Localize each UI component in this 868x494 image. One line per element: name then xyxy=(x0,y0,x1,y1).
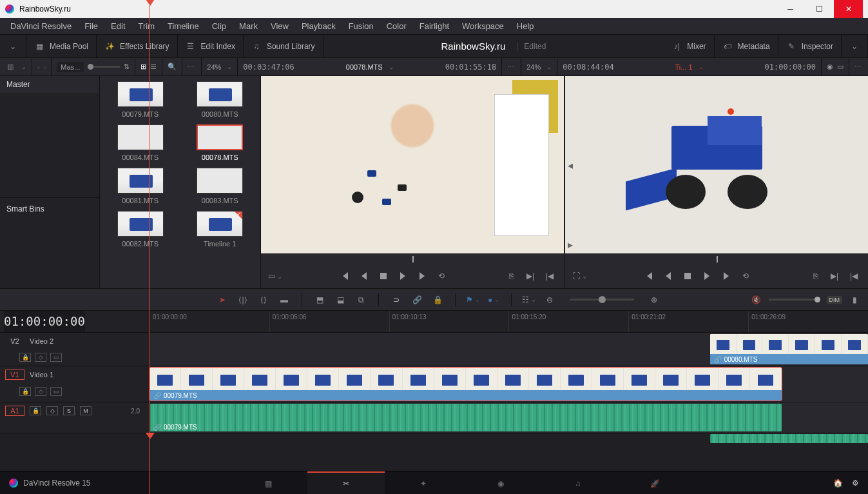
src-first-button[interactable] xyxy=(340,271,350,281)
grid-view-button[interactable]: ⊞ xyxy=(140,63,146,71)
metadata-toggle[interactable]: 🏷Metadata xyxy=(715,35,778,57)
timeline-timecode[interactable]: 01:00:00:00 xyxy=(4,311,85,333)
link-toggle[interactable]: 🔗 xyxy=(411,294,423,306)
menu-view[interactable]: View xyxy=(264,21,295,31)
page-deliver[interactable]: 🚀 xyxy=(617,471,694,495)
track-auto-v1[interactable]: ◇ xyxy=(35,387,46,396)
media-clip[interactable]: 00078.MTS xyxy=(185,124,256,161)
trim-tool[interactable]: ⟨|⟩ xyxy=(237,294,249,306)
menu-clip[interactable]: Clip xyxy=(206,21,233,31)
track-label-v1[interactable]: V1 xyxy=(5,370,24,380)
menu-timeline[interactable]: Timeline xyxy=(161,21,206,31)
single-viewer-button[interactable]: ▭ xyxy=(837,63,844,71)
nav-back-button[interactable]: ‹ xyxy=(37,63,40,71)
src-options-button[interactable]: ⋯ xyxy=(507,63,516,71)
menu-trim[interactable]: Trim xyxy=(132,21,162,31)
replace-clip-button[interactable]: ⧉ xyxy=(355,294,367,306)
src-clip-name[interactable]: 00078.MTS xyxy=(346,63,383,71)
program-scrubber[interactable] xyxy=(565,253,868,264)
zoom-slider[interactable] xyxy=(570,299,634,301)
overwrite-clip-button[interactable]: ⬓ xyxy=(334,294,346,306)
snap-toggle[interactable]: ⊃ xyxy=(391,294,402,306)
minimize-button[interactable]: ─ xyxy=(776,0,805,18)
track-header-a1[interactable]: A1 🔒 ◇ S M 2.0 xyxy=(0,402,149,433)
prg-next-button[interactable] xyxy=(721,271,731,281)
menu-help[interactable]: Help xyxy=(510,21,541,31)
media-pool-toggle[interactable]: ▦Media Pool xyxy=(26,35,97,57)
clip-a1[interactable]: 🔗00079.MTS xyxy=(149,404,782,431)
track-header-v2[interactable]: V2Video 2 🔒◇▭ xyxy=(0,333,149,366)
smart-bins-header[interactable]: Smart Bins xyxy=(0,197,99,217)
media-clip[interactable]: 00079.MTS xyxy=(105,81,176,118)
clip-v1[interactable]: 🔗00079.MTS xyxy=(149,368,782,400)
bin-dropdown[interactable]: Mas... xyxy=(57,62,84,72)
blade-tool[interactable]: ▬ xyxy=(278,294,290,306)
sound-library-toggle[interactable]: ♫Sound Library xyxy=(244,35,323,57)
media-clip[interactable]: ✓Timeline 1 xyxy=(185,211,256,248)
src-stop-button[interactable] xyxy=(378,271,389,281)
menu-fusion[interactable]: Fusion xyxy=(342,21,380,31)
list-view-button[interactable]: ☰ xyxy=(150,63,157,71)
source-scrubber[interactable] xyxy=(261,253,564,264)
src-goto-last-button[interactable]: |◀ xyxy=(545,271,555,281)
track-auto-a1[interactable]: ◇ xyxy=(46,406,58,415)
project-settings-button[interactable]: ⚙ xyxy=(852,479,859,488)
zoom-in-button[interactable]: ⊕ xyxy=(648,294,660,306)
prg-zoom[interactable]: 24% xyxy=(526,63,541,71)
bin-layout-icon[interactable]: ▥ xyxy=(5,62,15,72)
project-manager-button[interactable]: 🏠 xyxy=(833,479,843,488)
track-lock-v2[interactable]: 🔒 xyxy=(19,353,31,362)
selection-tool[interactable]: ➤ xyxy=(217,294,228,306)
track-mute-a1[interactable]: M xyxy=(80,406,92,415)
nav-fwd-button[interactable]: › xyxy=(44,63,46,71)
prg-stop-button[interactable] xyxy=(682,271,693,281)
lock-toggle[interactable]: 🔒 xyxy=(432,294,443,306)
prg-take-button[interactable]: ⎘ xyxy=(810,271,820,281)
prg-play-button[interactable] xyxy=(702,271,712,281)
mixer-toggle[interactable]: ♪|Mixer xyxy=(664,35,714,57)
source-canvas[interactable] xyxy=(261,76,564,253)
prg-matchframe-button[interactable]: ⛶⌄ xyxy=(574,271,584,281)
track-lock-v1[interactable]: 🔒 xyxy=(19,387,31,396)
bin-slider[interactable] xyxy=(88,66,120,68)
timeline-view-button[interactable]: ☷⌄ xyxy=(523,294,535,306)
marker-button[interactable]: ●⌄ xyxy=(488,294,499,306)
page-edit[interactable]: ✂ xyxy=(307,471,385,495)
src-loop-button[interactable]: ⟲ xyxy=(436,271,447,281)
track-solo-a1[interactable]: S xyxy=(63,406,75,415)
media-clip[interactable]: 00081.MTS xyxy=(105,168,176,204)
prg-goto-last-button[interactable]: |◀ xyxy=(849,271,859,281)
src-matchframe-button[interactable]: ▭⌄ xyxy=(270,271,280,281)
expand-right-button[interactable]: ⌄ xyxy=(842,35,868,57)
insert-clip-button[interactable]: ⬒ xyxy=(314,294,325,306)
src-goto-next-button[interactable]: ▶| xyxy=(525,271,535,281)
expand-left-button[interactable]: ⌄ xyxy=(0,35,26,57)
dynamic-trim-tool[interactable]: ⟨⟩ xyxy=(258,294,269,306)
menu-edit[interactable]: Edit xyxy=(104,21,131,31)
src-next-button[interactable] xyxy=(417,271,427,281)
menu-file[interactable]: File xyxy=(78,21,104,31)
page-fusion[interactable]: ✦ xyxy=(385,471,462,495)
effects-library-toggle[interactable]: ✨Effects Library xyxy=(97,35,177,57)
page-fairlight[interactable]: ♫ xyxy=(539,471,617,495)
track-label-a1[interactable]: A1 xyxy=(5,406,24,416)
flag-button[interactable]: ⚑⌄ xyxy=(467,294,479,306)
maximize-button[interactable]: ☐ xyxy=(805,0,834,18)
edit-index-toggle[interactable]: ☰Edit Index xyxy=(178,35,244,57)
prg-goto-next-button[interactable]: ▶| xyxy=(829,271,840,281)
next-edit-button[interactable]: ▸ xyxy=(568,239,573,251)
track-lock-a1[interactable]: 🔒 xyxy=(30,406,41,415)
menu-color[interactable]: Color xyxy=(380,21,413,31)
program-canvas[interactable]: ◂ ▸ xyxy=(565,76,868,253)
page-media[interactable]: ▦ xyxy=(230,471,307,495)
page-color[interactable]: ◉ xyxy=(462,471,539,495)
menu-playback[interactable]: Playback xyxy=(295,21,342,31)
prg-prev-button[interactable] xyxy=(663,271,673,281)
track-auto-v2[interactable]: ◇ xyxy=(35,353,46,362)
timeline-ruler[interactable]: 01:00:00:00 01:00:05:06 01:00:10:13 01:0… xyxy=(149,311,868,333)
volume-slider[interactable] xyxy=(769,299,820,301)
src-insert-button[interactable]: ⎘ xyxy=(506,271,516,281)
src-prev-button[interactable] xyxy=(359,271,369,281)
media-clip[interactable]: 00080.MTS xyxy=(185,81,256,118)
menu-davinci[interactable]: DaVinci Resolve xyxy=(4,21,78,31)
